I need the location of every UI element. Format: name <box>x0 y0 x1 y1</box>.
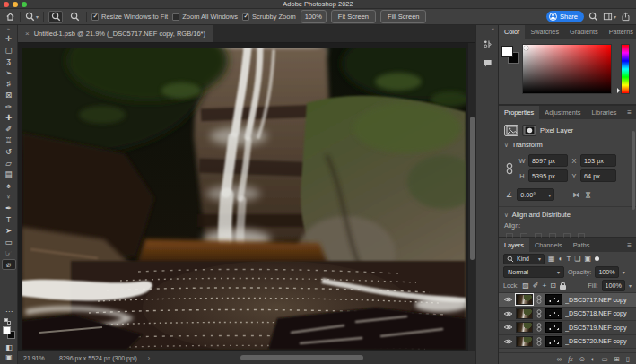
layer-mask-link-icon[interactable] <box>536 322 543 333</box>
layer-visibility-eye-icon[interactable] <box>502 324 513 331</box>
layer-visibility-eye-icon[interactable] <box>502 296 513 303</box>
pixel-layer-icon[interactable] <box>504 125 518 136</box>
filter-adjustment-layers-icon[interactable]: ◐ <box>559 256 563 263</box>
layer-filter-dropdown[interactable]: Kind ▾ <box>503 254 545 264</box>
comments-panel-icon[interactable] <box>480 56 494 70</box>
hue-slider-marker[interactable] <box>617 88 623 93</box>
tab-channels[interactable]: Channels <box>529 238 568 252</box>
lock-position-icon[interactable]: + <box>542 282 546 290</box>
new-group-icon[interactable]: ▭ <box>601 355 607 363</box>
tab-libraries[interactable]: Libraries <box>586 106 622 119</box>
link-dimensions-icon[interactable] <box>504 162 515 175</box>
layer-mask-link-icon[interactable] <box>536 308 543 319</box>
collapse-caret-icon[interactable]: ∨ <box>504 212 509 219</box>
rectangle-tool[interactable]: ▭ <box>2 237 16 248</box>
tab-swatches[interactable]: Swatches <box>525 25 564 39</box>
zoom-tool-preset[interactable]: ▾ <box>25 12 39 22</box>
lock-transparency-icon[interactable]: ▨ <box>522 282 529 290</box>
tab-adjustments[interactable]: Adjustments <box>539 106 586 119</box>
layer-thumbnail[interactable] <box>516 322 533 333</box>
type-tool[interactable]: T <box>2 214 16 226</box>
chevron-down-icon[interactable]: ▾ <box>623 269 625 275</box>
adjustment-layer-icon[interactable]: ◐ <box>591 355 596 363</box>
toolbar-expand-icon[interactable]: » <box>0 25 17 33</box>
canvas-image[interactable] <box>22 48 466 350</box>
flip-vertical-icon[interactable]: ⋈ <box>584 191 592 198</box>
layer-name[interactable]: _DSC5717.NEF copy <box>565 296 627 304</box>
path-selection-tool[interactable]: ➤ <box>2 225 16 237</box>
crop-tool[interactable]: ♯ <box>2 78 16 90</box>
lock-artboard-icon[interactable]: ⊡ <box>550 282 556 290</box>
fit-screen-button[interactable]: Fit Screen <box>331 10 376 23</box>
resize-windows-checkbox[interactable]: Resize Windows to Fit <box>91 13 168 21</box>
filter-pixel-layers-icon[interactable]: ▦ <box>548 256 555 263</box>
blur-tool[interactable]: ♠ <box>2 180 16 192</box>
rotation-field[interactable]: 0.00° ▾ <box>517 188 554 201</box>
layer-visibility-eye-icon[interactable] <box>502 310 513 317</box>
x-field[interactable]: 103 px <box>580 154 616 167</box>
workspace-switcher[interactable]: ▾ <box>603 12 616 22</box>
blend-mode-dropdown[interactable]: Normal ▾ <box>503 266 564 278</box>
mask-properties-icon[interactable] <box>522 125 536 136</box>
tab-color[interactable]: Color <box>499 25 525 39</box>
hue-slider[interactable] <box>621 44 630 94</box>
filter-smart-objects-icon[interactable]: ▣ <box>584 256 591 263</box>
link-layers-icon[interactable]: ∞ <box>557 355 562 363</box>
layer-thumbnail[interactable] <box>516 294 533 305</box>
eyedropper-tool[interactable]: ✑ <box>2 101 16 113</box>
object-selection-tool[interactable]: ➢ <box>2 67 16 79</box>
flip-horizontal-icon[interactable]: ⋈ <box>572 191 579 199</box>
status-zoom-field[interactable]: 21.91% <box>23 355 52 361</box>
zoom-in-button[interactable] <box>48 11 63 23</box>
opacity-field[interactable]: 100% <box>595 266 618 278</box>
zoom-out-button[interactable] <box>67 11 82 23</box>
quick-mask-icon[interactable]: ◧ <box>0 342 18 352</box>
layer-mask-link-icon[interactable] <box>536 336 543 347</box>
color-panel-swatches[interactable] <box>501 46 521 67</box>
document-tab[interactable]: × Untitled-1.psb @ 21.9% (_DSC5717.NEF c… <box>18 25 213 42</box>
lock-paint-icon[interactable]: ✐ <box>533 282 539 290</box>
color-picker-cursor[interactable] <box>524 46 528 50</box>
layer-mask-thumbnail[interactable] <box>545 308 562 319</box>
plugins-panel-icon[interactable] <box>480 37 494 51</box>
filter-shape-layers-icon[interactable]: ❏ <box>574 256 580 263</box>
clone-stamp-tool[interactable]: ♖ <box>2 134 16 146</box>
tab-patterns[interactable]: Patterns <box>604 25 636 39</box>
history-brush-tool[interactable]: ↺ <box>2 146 16 158</box>
panel-menu-icon[interactable]: ≡ <box>623 106 636 119</box>
layer-name[interactable]: _DSC5719.NEF copy <box>565 324 627 332</box>
checkbox-checked-icon[interactable] <box>242 13 249 21</box>
marquee-tool[interactable]: ▢ <box>2 45 16 56</box>
share-button[interactable]: Share <box>546 11 584 22</box>
layer-mask-link-icon[interactable] <box>536 294 543 305</box>
checkbox-unchecked-icon[interactable] <box>172 13 179 21</box>
layer-row[interactable]: _DSC5718.NEF copy <box>499 308 636 322</box>
zoom-all-windows-checkbox[interactable]: Zoom All Windows <box>172 13 238 21</box>
lock-all-icon[interactable] <box>560 285 566 290</box>
layer-row[interactable]: _DSC5719.NEF copy <box>499 321 636 335</box>
status-chevron-icon[interactable]: › <box>148 355 150 361</box>
collapse-caret-icon[interactable]: ∨ <box>504 142 509 149</box>
move-tool[interactable]: ✛ <box>2 33 16 45</box>
layer-name[interactable]: _DSC5718.NEF copy <box>565 309 627 317</box>
home-icon[interactable] <box>5 12 15 22</box>
filter-type-layers-icon[interactable]: T <box>566 256 571 263</box>
screen-mode-icon[interactable]: ▣ <box>0 352 18 362</box>
fill-screen-button[interactable]: Fill Screen <box>380 10 426 23</box>
edit-toolbar-icon[interactable]: ⋯ <box>0 308 18 316</box>
horizontal-scrollbar-thumb[interactable] <box>240 355 363 360</box>
search-icon[interactable] <box>588 12 598 22</box>
foreground-background-swatches[interactable] <box>2 326 16 341</box>
panel-menu-icon[interactable]: ≡ <box>623 238 636 252</box>
dock-collapse-icon[interactable]: « <box>476 25 498 32</box>
layer-thumbnail[interactable] <box>516 308 533 319</box>
layer-thumbnail[interactable] <box>516 336 533 347</box>
add-mask-icon[interactable]: ⊙ <box>579 355 585 363</box>
hand-tool[interactable]: ☞ <box>2 247 16 259</box>
layer-row[interactable]: _DSC5720.NEF copy <box>499 335 636 350</box>
y-field[interactable]: 64 px <box>580 169 616 182</box>
tab-properties[interactable]: Properties <box>499 106 539 119</box>
pen-tool[interactable]: ✒ <box>2 203 16 214</box>
scrubby-zoom-checkbox[interactable]: Scrubby Zoom <box>242 13 296 21</box>
saturation-brightness-box[interactable] <box>522 44 612 94</box>
